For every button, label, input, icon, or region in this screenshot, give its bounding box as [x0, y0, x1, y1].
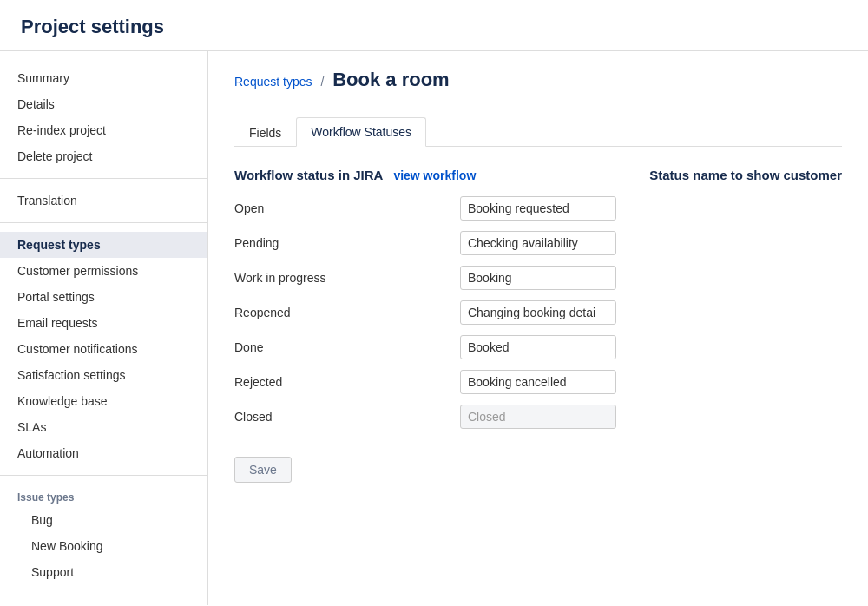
sidebar-item-new-booking[interactable]: New Booking — [0, 533, 207, 559]
workflow-row-open: Open — [234, 196, 842, 221]
page-title: Project settings — [21, 16, 847, 38]
workflow-status-pending: Pending — [234, 236, 460, 250]
sidebar-item-portal-settings[interactable]: Portal settings — [0, 284, 207, 310]
tab-fields[interactable]: Fields — [234, 117, 296, 147]
sidebar-item-details[interactable]: Details — [0, 91, 207, 117]
page-header: Project settings — [0, 0, 868, 51]
sidebar-item-customer-permissions[interactable]: Customer permissions — [0, 258, 207, 284]
breadcrumb-current: Book a room — [332, 69, 449, 90]
workflow-row-closed: Closed — [234, 405, 842, 429]
sidebar-item-slas[interactable]: SLAs — [0, 414, 207, 440]
workflow-row-wip: Work in progress — [234, 266, 842, 290]
sidebar-item-summary[interactable]: Summary — [0, 65, 207, 91]
workflow-row-done: Done — [234, 335, 842, 359]
sidebar-item-translation[interactable]: Translation — [0, 188, 207, 214]
breadcrumb-link[interactable]: Request types — [234, 75, 312, 89]
workflow-table: Workflow status in JIRA view workflow St… — [234, 168, 842, 483]
layout: Summary Details Re-index project Delete … — [0, 51, 868, 605]
save-button[interactable]: Save — [234, 457, 292, 483]
sidebar-top-section: Summary Details Re-index project Delete … — [0, 65, 207, 169]
workflow-input-open[interactable] — [460, 196, 616, 221]
workflow-status-open: Open — [234, 201, 460, 215]
breadcrumb-separator: / — [320, 75, 324, 89]
sidebar-item-delete[interactable]: Delete project — [0, 143, 207, 169]
workflow-row-rejected: Rejected — [234, 370, 842, 394]
sidebar-item-bug[interactable]: Bug — [0, 507, 207, 533]
view-workflow-link[interactable]: view workflow — [393, 168, 476, 182]
sidebar-item-request-types[interactable]: Request types — [0, 232, 207, 258]
sidebar-item-knowledge-base[interactable]: Knowledge base — [0, 388, 207, 414]
workflow-row-pending: Pending — [234, 231, 842, 255]
workflow-status-done: Done — [234, 340, 460, 354]
sidebar-item-reindex[interactable]: Re-index project — [0, 117, 207, 143]
sidebar-item-satisfaction-settings[interactable]: Satisfaction settings — [0, 362, 207, 388]
workflow-header-jira: Workflow status in JIRA view workflow — [234, 168, 476, 182]
tabs: Fields Workflow Statuses — [234, 117, 842, 147]
main-content: Request types / Book a room Fields Workf… — [208, 51, 868, 605]
workflow-input-closed — [460, 405, 616, 429]
workflow-header-customer: Status name to show customer — [649, 168, 842, 182]
workflow-input-reopened[interactable] — [460, 300, 616, 325]
workflow-row-reopened: Reopened — [234, 300, 842, 325]
sidebar-item-email-requests[interactable]: Email requests — [0, 310, 207, 336]
workflow-input-rejected[interactable] — [460, 370, 616, 394]
workflow-input-wip[interactable] — [460, 266, 616, 290]
tab-workflow-statuses[interactable]: Workflow Statuses — [296, 117, 426, 147]
workflow-header-row: Workflow status in JIRA view workflow St… — [234, 168, 842, 182]
sidebar-item-support[interactable]: Support — [0, 559, 207, 585]
sidebar-divider-2 — [0, 222, 207, 223]
workflow-status-rejected: Rejected — [234, 375, 460, 389]
breadcrumb: Request types / Book a room — [234, 69, 450, 91]
workflow-status-closed: Closed — [234, 410, 460, 424]
workflow-input-done[interactable] — [460, 335, 616, 359]
sidebar-divider-1 — [0, 178, 207, 179]
sidebar-item-automation[interactable]: Automation — [0, 440, 207, 466]
workflow-input-pending[interactable] — [460, 231, 616, 255]
workflow-status-wip: Work in progress — [234, 271, 460, 285]
breadcrumb-row: Request types / Book a room — [234, 69, 842, 103]
sidebar-item-customer-notifications[interactable]: Customer notifications — [0, 336, 207, 362]
sidebar: Summary Details Re-index project Delete … — [0, 51, 208, 605]
workflow-status-reopened: Reopened — [234, 306, 460, 319]
sidebar-divider-3 — [0, 475, 207, 476]
issue-types-label: Issue types — [0, 484, 207, 507]
